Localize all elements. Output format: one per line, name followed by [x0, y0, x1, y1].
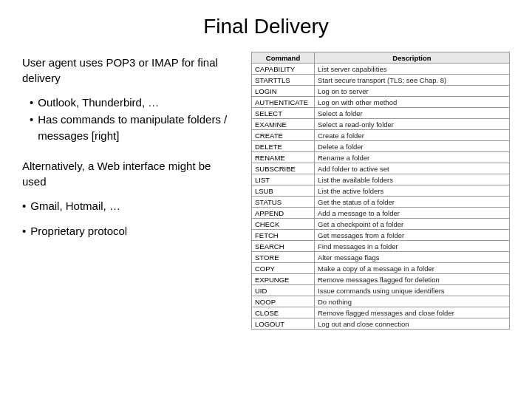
- table-row: CHECKGet a checkpoint of a folder: [252, 219, 510, 230]
- table-cell-command: CREATE: [252, 130, 315, 141]
- table-row: CAPABILITYList server capabilities: [252, 64, 510, 75]
- table-cell-description: Do nothing: [315, 296, 510, 307]
- table-cell-command: NOOP: [252, 296, 315, 307]
- table-cell-command: LSUB: [252, 185, 315, 197]
- left-panel: User agent uses POP3 or IMAP for final d…: [22, 52, 236, 384]
- table-row: LOGINLog on to server: [252, 86, 510, 97]
- table-cell-command: SELECT: [252, 108, 315, 119]
- table-cell-description: Log on with other method: [315, 97, 510, 108]
- table-row: FETCHGet messages from a folder: [252, 230, 510, 241]
- table-cell-description: Remove flagged messages and close folder: [315, 307, 510, 318]
- imap-table: Command Description CAPABILITYList serve…: [251, 52, 510, 330]
- table-cell-description: Get a checkpoint of a folder: [315, 219, 510, 230]
- bullet-1: Outlook, Thunderbird, …: [30, 95, 236, 112]
- table-cell-command: RENAME: [252, 152, 315, 163]
- table-row: LSUBList the active folders: [252, 185, 510, 197]
- table-cell-description: Select a read-only folder: [315, 119, 510, 130]
- gmail-text: Gmail, Hotmail, …: [30, 198, 120, 215]
- table-row: EXAMINESelect a read-only folder: [252, 119, 510, 130]
- alt-text: Alternatively, a Web interface might be …: [22, 158, 236, 189]
- prop-text: Proprietary protocol: [30, 223, 127, 240]
- table-row: EXPUNGERemove messages flagged for delet…: [252, 274, 510, 285]
- table-cell-command: LOGIN: [252, 86, 315, 97]
- table-cell-description: Start secure transport (TLS; see Chap. 8…: [315, 75, 510, 86]
- table-cell-command: APPEND: [252, 208, 315, 219]
- table-cell-command: STATUS: [252, 197, 315, 208]
- table-cell-description: Log out and close connection: [315, 318, 510, 330]
- table-row: LISTList the available folders: [252, 174, 510, 185]
- table-header-command: Command: [252, 52, 315, 64]
- intro-text: User agent uses POP3 or IMAP for final d…: [22, 55, 236, 86]
- table-cell-command: STORE: [252, 252, 315, 263]
- table-cell-description: Add folder to active set: [315, 163, 510, 174]
- table-cell-command: COPY: [252, 263, 315, 274]
- table-row: SELECTSelect a folder: [252, 108, 510, 119]
- table-cell-description: Add a message to a folder: [315, 208, 510, 219]
- table-cell-description: Issue commands using unique identifiers: [315, 285, 510, 296]
- table-row: SUBSCRIBEAdd folder to active set: [252, 163, 510, 174]
- table-row: CLOSERemove flagged messages and close f…: [252, 307, 510, 318]
- table-cell-description: Alter message flags: [315, 252, 510, 263]
- table-row: STARTTLSStart secure transport (TLS; see…: [252, 75, 510, 86]
- table-cell-command: UID: [252, 285, 315, 296]
- table-cell-command: EXPUNGE: [252, 274, 315, 285]
- table-cell-description: Get the status of a folder: [315, 197, 510, 208]
- table-row: STATUSGet the status of a folder: [252, 197, 510, 208]
- table-cell-command: SEARCH: [252, 241, 315, 252]
- bullet-2: Has commands to manipulate folders / mes…: [30, 112, 236, 145]
- table-cell-description: Remove messages flagged for deletion: [315, 274, 510, 285]
- content-area: User agent uses POP3 or IMAP for final d…: [22, 52, 510, 384]
- table-cell-command: LIST: [252, 174, 315, 185]
- table-cell-command: AUTHENTICATE: [252, 97, 315, 108]
- table-cell-description: List server capabilities: [315, 64, 510, 75]
- table-row: COPYMake a copy of a message in a folder: [252, 263, 510, 274]
- table-cell-command: EXAMINE: [252, 119, 315, 130]
- table-row: APPENDAdd a message to a folder: [252, 208, 510, 219]
- table-row: LOGOUTLog out and close connection: [252, 318, 510, 330]
- table-cell-description: Get messages from a folder: [315, 230, 510, 241]
- table-cell-description: Log on to server: [315, 86, 510, 97]
- table-row: SEARCHFind messages in a folder: [252, 241, 510, 252]
- table-cell-command: FETCH: [252, 230, 315, 241]
- table-cell-command: LOGOUT: [252, 318, 315, 330]
- table-cell-command: CHECK: [252, 219, 315, 230]
- table-row: AUTHENTICATELog on with other method: [252, 97, 510, 108]
- right-panel: Command Description CAPABILITYList serve…: [251, 52, 510, 384]
- table-row: STOREAlter message flags: [252, 252, 510, 263]
- table-cell-description: Select a folder: [315, 108, 510, 119]
- table-cell-command: CLOSE: [252, 307, 315, 318]
- prop-bullet: Proprietary protocol: [22, 223, 236, 240]
- table-row: NOOPDo nothing: [252, 296, 510, 307]
- table-header-description: Description: [315, 52, 510, 64]
- table-row: DELETEDelete a folder: [252, 141, 510, 152]
- table-cell-description: Make a copy of a message in a folder: [315, 263, 510, 274]
- table-cell-description: Rename a folder: [315, 152, 510, 163]
- table-cell-description: List the active folders: [315, 185, 510, 197]
- table-cell-description: Create a folder: [315, 130, 510, 141]
- table-cell-command: STARTTLS: [252, 75, 315, 86]
- table-cell-command: CAPABILITY: [252, 64, 315, 75]
- table-row: UIDIssue commands using unique identifie…: [252, 285, 510, 296]
- table-cell-description: Delete a folder: [315, 141, 510, 152]
- slide: Final Delivery User agent uses POP3 or I…: [0, 0, 532, 399]
- table-cell-command: DELETE: [252, 141, 315, 152]
- slide-title: Final Delivery: [22, 15, 510, 38]
- table-row: CREATECreate a folder: [252, 130, 510, 141]
- table-cell-description: Find messages in a folder: [315, 241, 510, 252]
- table-row: RENAMERename a folder: [252, 152, 510, 163]
- table-cell-command: SUBSCRIBE: [252, 163, 315, 174]
- bullets: Outlook, Thunderbird, … Has commands to …: [22, 95, 236, 145]
- table-cell-description: List the available folders: [315, 174, 510, 185]
- gmail-bullet: Gmail, Hotmail, …: [22, 198, 236, 215]
